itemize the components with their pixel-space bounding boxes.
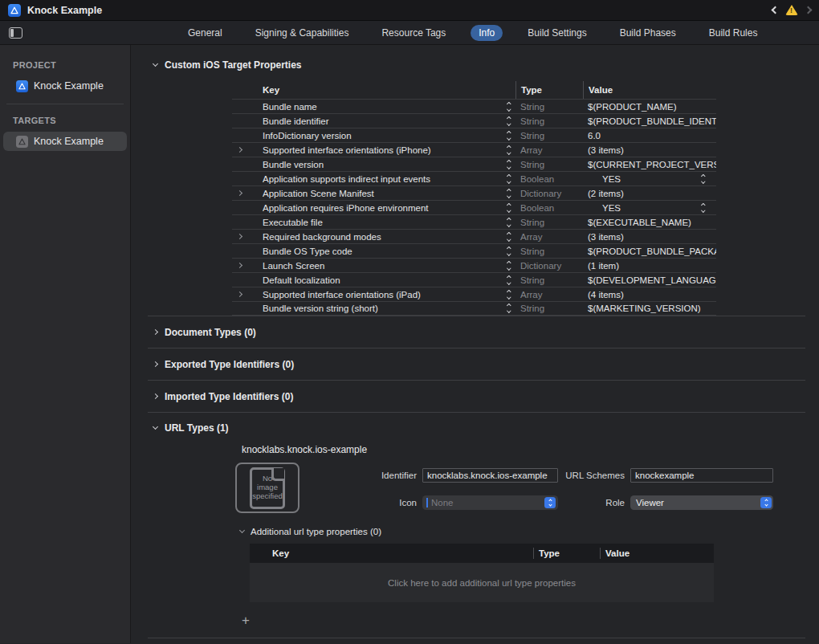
property-type-label[interactable]: String — [515, 275, 583, 285]
property-type-label[interactable]: Array — [515, 232, 583, 242]
add-properties-placeholder[interactable]: Click here to add additional url type pr… — [250, 563, 714, 602]
property-value[interactable]: $(PRODUCT_NAME) — [583, 102, 716, 112]
section-url-types[interactable]: URL Types (1) — [131, 413, 819, 434]
property-row-infodictionary-version[interactable]: InfoDictionary versionString6.0 — [232, 128, 716, 142]
property-row-bundle-name[interactable]: Bundle nameString$(PRODUCT_NAME) — [232, 99, 716, 113]
property-type-label[interactable]: String — [515, 102, 583, 112]
disclosure-chevron-icon[interactable] — [237, 190, 242, 196]
property-row-application-scene-manifest[interactable]: Application Scene ManifestDictionary(2 i… — [232, 185, 716, 200]
key-stepper-icon[interactable] — [507, 204, 511, 212]
key-stepper-icon[interactable] — [507, 161, 511, 169]
back-icon[interactable] — [772, 6, 780, 14]
tab-general[interactable]: General — [180, 25, 230, 41]
tab-signing-capabilities[interactable]: Signing & Capabilities — [247, 25, 357, 41]
property-row-application-requires-iphone-environment[interactable]: Application requires iPhone environmentB… — [232, 200, 716, 214]
property-row-application-supports-indirect-input-events[interactable]: Application supports indirect input even… — [232, 171, 716, 185]
key-stepper-icon[interactable] — [507, 276, 511, 284]
property-type-label[interactable]: Boolean — [515, 203, 583, 213]
key-stepper-icon[interactable] — [507, 132, 511, 140]
property-value[interactable]: YES — [583, 203, 716, 213]
property-row-bundle-version[interactable]: Bundle versionString$(CURRENT_PROJECT_VE… — [232, 157, 716, 171]
forward-icon[interactable] — [805, 6, 813, 14]
disclosure-chevron-icon[interactable] — [237, 263, 242, 268]
disclosure-chevron-icon[interactable] — [237, 291, 242, 297]
property-type-label[interactable]: String — [515, 304, 583, 313]
section-document-types-0[interactable]: Document Types (0) — [131, 316, 819, 348]
disclosure-chevron-icon[interactable] — [237, 234, 242, 239]
property-value[interactable]: $(CURRENT_PROJECT_VERS — [583, 160, 716, 169]
icon-label: Icon — [325, 498, 418, 507]
property-value[interactable]: YES — [583, 174, 716, 184]
property-type-label[interactable]: String — [515, 247, 583, 256]
property-type-label[interactable]: String — [515, 131, 583, 141]
value-stepper-icon[interactable] — [702, 204, 705, 212]
tab-info[interactable]: Info — [471, 25, 503, 41]
key-stepper-icon[interactable] — [507, 233, 511, 241]
chevron-right-icon[interactable] — [153, 361, 158, 367]
property-type-label[interactable]: Boolean — [515, 174, 583, 184]
key-stepper-icon[interactable] — [507, 117, 511, 125]
key-stepper-icon[interactable] — [507, 247, 511, 255]
url-schemes-field[interactable] — [630, 468, 773, 483]
key-stepper-icon[interactable] — [507, 103, 511, 111]
chevron-down-icon[interactable] — [153, 61, 158, 67]
property-value[interactable]: $(PRODUCT_BUNDLE_IDENT — [583, 116, 716, 126]
property-row-launch-screen[interactable]: Launch ScreenDictionary(1 item) — [232, 258, 716, 272]
property-value[interactable]: (3 items) — [583, 232, 716, 242]
chevron-right-icon[interactable] — [153, 393, 158, 399]
chevron-right-icon[interactable] — [153, 329, 158, 335]
sidebar-toggle-icon[interactable] — [9, 27, 22, 39]
additional-url-properties-header[interactable]: Additional url type properties (0) — [235, 527, 717, 536]
key-stepper-icon[interactable] — [507, 190, 511, 198]
role-popup[interactable]: Viewer — [630, 495, 773, 510]
property-row-required-background-modes[interactable]: Required background modesArray(3 items) — [232, 229, 716, 243]
section-custom-ios-target-properties[interactable]: Custom iOS Target Properties — [131, 45, 819, 71]
key-stepper-icon[interactable] — [507, 304, 511, 312]
key-stepper-icon[interactable] — [507, 291, 511, 299]
value-stepper-icon[interactable] — [702, 175, 705, 183]
chevron-down-icon[interactable] — [153, 424, 158, 430]
property-row-default-localization[interactable]: Default localizationString$(DEVELOPMENT_… — [232, 272, 716, 287]
property-row-executable-file[interactable]: Executable fileString$(EXECUTABLE_NAME) — [232, 214, 716, 229]
property-type-label[interactable]: String — [515, 160, 583, 169]
icon-popup[interactable]: None — [422, 495, 558, 510]
section-imported-type-identifiers-0[interactable]: Imported Type Identifiers (0) — [131, 381, 819, 412]
chevron-down-icon[interactable] — [239, 528, 245, 533]
key-stepper-icon[interactable] — [507, 146, 511, 154]
property-type-label[interactable]: Dictionary — [515, 261, 583, 271]
property-value[interactable]: 6.0 — [583, 131, 716, 141]
property-row-supported-interface-orientations-ipad[interactable]: Supported interface orientations (iPad)A… — [232, 287, 716, 301]
key-stepper-icon[interactable] — [507, 262, 511, 270]
property-type-label[interactable]: Dictionary — [515, 189, 583, 198]
section-exported-type-identifiers-0[interactable]: Exported Type Identifiers (0) — [131, 348, 819, 380]
property-type-label[interactable]: String — [515, 218, 583, 227]
property-type-label[interactable]: String — [515, 116, 583, 126]
url-type-image-well[interactable]: Noimagespecified — [235, 463, 299, 513]
disclosure-chevron-icon[interactable] — [237, 147, 242, 153]
property-row-bundle-version-string-short[interactable]: Bundle version string (short)String$(MAR… — [232, 301, 716, 316]
tab-build-settings[interactable]: Build Settings — [520, 25, 594, 41]
key-stepper-icon[interactable] — [507, 218, 511, 226]
property-value[interactable]: (4 items) — [583, 290, 716, 300]
property-value[interactable]: (1 item) — [583, 261, 716, 271]
property-row-supported-interface-orientations-iphone[interactable]: Supported interface orientations (iPhone… — [232, 142, 716, 157]
tab-resource-tags[interactable]: Resource Tags — [373, 25, 454, 41]
property-value[interactable]: $(PRODUCT_BUNDLE_PACKA — [583, 247, 716, 256]
sidebar-item-knock-example[interactable]: Knock Example — [3, 76, 127, 96]
property-type-label[interactable]: Array — [515, 290, 583, 300]
property-value[interactable]: (3 items) — [583, 145, 716, 155]
warning-icon[interactable] — [785, 5, 798, 15]
property-value[interactable]: $(MARKETING_VERSION) — [583, 304, 716, 313]
property-value[interactable]: (2 items) — [583, 189, 716, 198]
tab-build-phases[interactable]: Build Phases — [612, 25, 684, 41]
property-row-bundle-identifier[interactable]: Bundle identifierString$(PRODUCT_BUNDLE_… — [232, 113, 716, 128]
property-value[interactable]: $(EXECUTABLE_NAME) — [583, 218, 716, 227]
key-stepper-icon[interactable] — [507, 175, 511, 183]
add-url-type-button[interactable]: + — [238, 613, 253, 629]
identifier-field[interactable] — [422, 468, 558, 483]
property-type-label[interactable]: Array — [515, 145, 583, 155]
property-value[interactable]: $(DEVELOPMENT_LANGUAGI — [583, 275, 716, 285]
property-row-bundle-os-type-code[interactable]: Bundle OS Type codeString$(PRODUCT_BUNDL… — [232, 243, 716, 258]
sidebar-item-knock-example[interactable]: Knock Example — [3, 132, 127, 151]
tab-build-rules[interactable]: Build Rules — [701, 25, 766, 41]
